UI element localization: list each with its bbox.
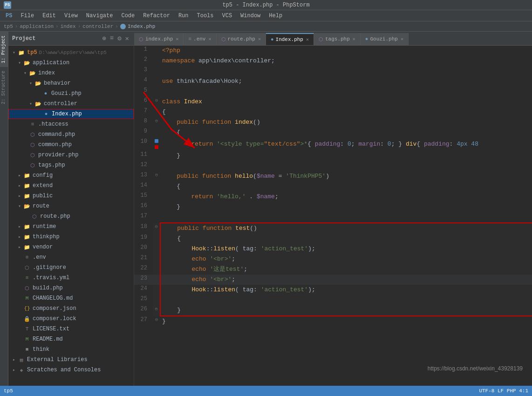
line-code[interactable]: use think\facade\Hook; <box>160 76 532 87</box>
line-code[interactable]: } <box>160 202 532 212</box>
tree-item-composerlock[interactable]: 🔒 composer.lock <box>8 314 134 324</box>
breadcrumb-tp5[interactable]: tp5 <box>4 24 13 29</box>
menu-window[interactable]: Window <box>237 12 264 20</box>
tree-item-tags[interactable]: ⬡ tags.php <box>8 160 134 170</box>
expand-arrow-tp5[interactable]: ▾ <box>11 50 17 55</box>
locate-icon[interactable]: ⊕ <box>101 34 107 43</box>
tree-item-extlibs[interactable]: ▸ ▤ External Libraries <box>8 355 134 365</box>
breadcrumb-index[interactable]: index <box>61 24 76 29</box>
tree-item-controller[interactable]: ▾ 📂 controller <box>8 99 134 109</box>
line-code[interactable] <box>160 87 532 97</box>
menu-tools[interactable]: Tools <box>193 12 217 20</box>
settings-icon[interactable]: ⚙ <box>116 34 122 43</box>
expand-arrow-runtime[interactable]: ▸ <box>17 224 22 229</box>
line-code[interactable]: <?php <box>160 46 532 56</box>
tab-active-indexphp[interactable]: ● Index.php ✕ <box>266 33 314 45</box>
expand-arrow-thinkphp[interactable]: ▸ <box>17 234 22 240</box>
line-code[interactable]: echo '<br>'; <box>160 254 532 264</box>
line-code[interactable]: return '<style type="text/css">*{ paddin… <box>160 138 532 151</box>
menu-view[interactable]: View <box>61 12 82 20</box>
breadcrumb-application[interactable]: application <box>20 24 54 29</box>
line-code[interactable]: Hook::listen( tag: 'action_test'); <box>160 285 532 295</box>
tree-item-readme[interactable]: M README.md <box>8 334 134 344</box>
tab-gouziphp[interactable]: ● Gouzi.php ✕ <box>361 33 409 45</box>
tree-item-thinkphp[interactable]: ▸ 📁 thinkphp <box>8 232 134 242</box>
line-code[interactable]: { <box>160 234 532 244</box>
vtab-structure[interactable]: 2: Structure <box>0 67 8 108</box>
tree-item-travis[interactable]: ≡ .travis.yml <box>8 273 134 283</box>
tab-close-tagsphp[interactable]: ✕ <box>353 36 355 42</box>
line-code[interactable] <box>160 66 532 76</box>
line-code[interactable]: class Index <box>160 97 532 107</box>
line-code[interactable] <box>160 212 532 223</box>
tree-item-vendor[interactable]: ▸ 📁 vendor <box>8 242 134 252</box>
line-code[interactable] <box>160 161 532 171</box>
menu-vcs[interactable]: VCS <box>218 12 236 20</box>
tab-env[interactable]: ≡ .env ✕ <box>184 33 216 45</box>
tree-item-index[interactable]: ▾ 📂 index <box>8 68 134 78</box>
tab-close-routephp[interactable]: ✕ <box>258 36 261 42</box>
expand-arrow-vendor[interactable]: ▸ <box>17 244 22 250</box>
tree-item-route[interactable]: ▾ 📂 route <box>8 201 134 211</box>
tree-item-scratches[interactable]: ▸ ◈ Scratches and Consoles <box>8 365 134 375</box>
expand-arrow-application[interactable]: ▾ <box>17 60 22 66</box>
tab-indexphp[interactable]: ⬡ index.php ✕ <box>134 33 184 45</box>
tree-item-command[interactable]: ⬡ command.php <box>8 129 134 140</box>
menu-edit[interactable]: Edit <box>39 12 60 20</box>
menu-navigate[interactable]: Navigate <box>82 12 117 20</box>
tree-item-provider[interactable]: ⬡ provider.php <box>8 150 134 160</box>
tree-item-composerjson[interactable]: {} composer.json <box>8 303 134 314</box>
tree-item-behavior[interactable]: ▾ 📂 behavior <box>8 78 134 88</box>
close-panel-icon[interactable]: ✕ <box>124 34 130 43</box>
menu-run[interactable]: Run <box>175 12 192 20</box>
tree-item-env[interactable]: ≡ .env <box>8 252 134 262</box>
tree-item-htaccess[interactable]: ≡ .htaccess <box>8 119 134 129</box>
tree-item-runtime[interactable]: ▸ 📁 runtime <box>8 221 134 232</box>
tree-item-application[interactable]: ▾ 📂 application <box>8 58 134 68</box>
tree-item-tp5[interactable]: ▾ 📁 tp5 D:\www\AppServ\www\tp5 <box>8 47 134 58</box>
tree-item-license[interactable]: T LICENSE.txt <box>8 324 134 334</box>
line-code[interactable]: public function index() <box>160 117 532 128</box>
line-code[interactable]: echo '<br>'; <box>160 275 532 285</box>
line-code[interactable]: return 'hello,' . $name; <box>160 192 532 202</box>
menu-code[interactable]: Code <box>117 12 138 20</box>
tree-item-build[interactable]: ⬡ build.php <box>8 283 134 293</box>
tab-close-indexphp[interactable]: ✕ <box>176 36 178 42</box>
tree-item-common[interactable]: ⬡ common.php <box>8 140 134 150</box>
expand-arrow-extlibs[interactable]: ▸ <box>11 357 17 362</box>
expand-arrow-route[interactable]: ▾ <box>17 203 22 209</box>
line-code[interactable]: public function hello($name = 'ThinkPHP5… <box>160 171 532 181</box>
line-code[interactable]: { <box>160 128 532 138</box>
expand-arrow-public[interactable]: ▸ <box>17 193 22 199</box>
tab-close-active[interactable]: ✕ <box>306 37 309 42</box>
tree-item-extend[interactable]: ▸ 📁 extend <box>8 181 134 191</box>
breadcrumb-controller[interactable]: controller <box>82 24 113 29</box>
editor-content[interactable]: 1 <?php 2 namespace app\index\controller… <box>134 46 532 386</box>
line-code[interactable]: } <box>160 316 532 327</box>
line-code[interactable]: { <box>160 107 532 117</box>
line-code[interactable]: public function test() <box>160 223 532 234</box>
tree-item-config[interactable]: ▸ 📁 config <box>8 170 134 181</box>
expand-arrow-config[interactable]: ▸ <box>17 173 22 178</box>
tree-item-routephp[interactable]: ⬡ route.php <box>8 211 134 221</box>
menu-help[interactable]: Help <box>265 12 286 20</box>
expand-arrow-behavior[interactable]: ▾ <box>28 81 34 86</box>
tree-item-indexphp[interactable]: ● Index.php <box>8 109 134 119</box>
menu-refactor[interactable]: Refactor <box>139 12 174 20</box>
line-code[interactable]: namespace app\index\controller; <box>160 56 532 66</box>
tree-item-public[interactable]: ▸ 📁 public <box>8 191 134 201</box>
line-code[interactable]: } <box>160 305 532 316</box>
collapse-icon[interactable]: ≡ <box>109 34 115 43</box>
expand-arrow-extend[interactable]: ▸ <box>17 183 22 188</box>
tree-item-gitignore[interactable]: ⬡ .gitignore <box>8 262 134 273</box>
vtab-project[interactable]: 1: Project <box>0 32 8 67</box>
line-code[interactable]: echo '这是test'; <box>160 264 532 275</box>
line-code[interactable]: } <box>160 151 532 161</box>
tab-close-env[interactable]: ✕ <box>208 36 211 42</box>
expand-arrow-scratches[interactable]: ▸ <box>11 367 17 373</box>
line-code[interactable]: Hook::listen( tag: 'action_test'); <box>160 244 532 254</box>
menu-file[interactable]: File <box>17 12 38 20</box>
tree-item-think[interactable]: ■ think <box>8 344 134 355</box>
expand-arrow-controller[interactable]: ▾ <box>28 101 34 107</box>
tree-item-gouzi[interactable]: ● Gouzi.php <box>8 88 134 99</box>
